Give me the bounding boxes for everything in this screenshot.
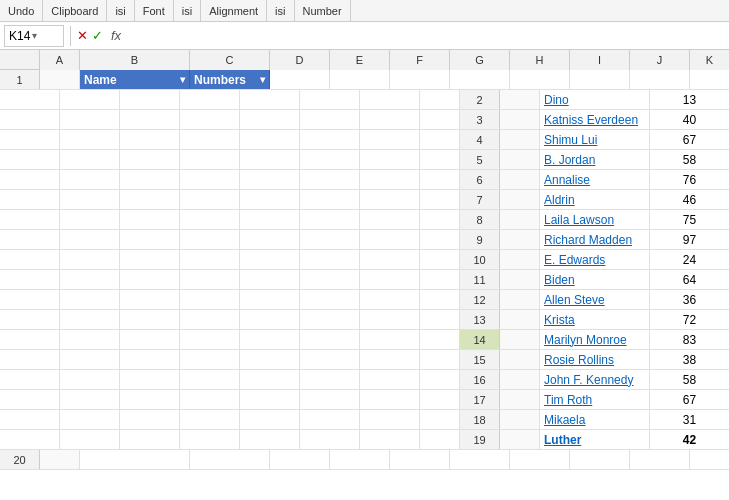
cell-f13[interactable]: [120, 310, 180, 329]
cell-h4[interactable]: [240, 130, 300, 149]
cell-f3[interactable]: [120, 110, 180, 129]
cell-i2[interactable]: [300, 90, 360, 109]
cell-k1[interactable]: [690, 70, 729, 89]
cell-d18[interactable]: [0, 410, 60, 429]
cell-a12[interactable]: [500, 290, 540, 309]
cell-h8[interactable]: [240, 210, 300, 229]
toolbar-number[interactable]: Number: [295, 0, 351, 21]
cell-g10[interactable]: [180, 250, 240, 269]
cell-e18[interactable]: [60, 410, 120, 429]
cell-a13[interactable]: [500, 310, 540, 329]
cell-j2[interactable]: [360, 90, 420, 109]
cell-i9[interactable]: [300, 230, 360, 249]
cell-g1[interactable]: [450, 70, 510, 89]
cell-a5[interactable]: [500, 150, 540, 169]
cell-i5[interactable]: [300, 150, 360, 169]
row-header-4[interactable]: 4: [460, 130, 500, 149]
cell-d19[interactable]: [0, 430, 60, 449]
cell-d20[interactable]: [270, 450, 330, 469]
cell-a10[interactable]: [500, 250, 540, 269]
cell-c10[interactable]: 24: [650, 250, 729, 269]
cell-i18[interactable]: [300, 410, 360, 429]
cell-g16[interactable]: [180, 370, 240, 389]
toolbar-font[interactable]: Font: [135, 0, 174, 21]
cell-a4[interactable]: [500, 130, 540, 149]
cell-b17[interactable]: Tim Roth: [540, 390, 650, 409]
cell-e9[interactable]: [60, 230, 120, 249]
cell-reference-box[interactable]: K14 ▾: [4, 25, 64, 47]
cell-f4[interactable]: [120, 130, 180, 149]
cell-j1[interactable]: [630, 70, 690, 89]
cell-e7[interactable]: [60, 190, 120, 209]
cell-f5[interactable]: [120, 150, 180, 169]
cell-g4[interactable]: [180, 130, 240, 149]
cell-e10[interactable]: [60, 250, 120, 269]
cell-k12[interactable]: [420, 290, 460, 309]
cell-g11[interactable]: [180, 270, 240, 289]
row-header-17[interactable]: 17: [460, 390, 500, 409]
cell-j20[interactable]: [630, 450, 690, 469]
cell-b6[interactable]: Annalise: [540, 170, 650, 189]
cell-f6[interactable]: [120, 170, 180, 189]
cell-k18[interactable]: [420, 410, 460, 429]
row-header-19[interactable]: 19: [460, 430, 500, 449]
row-header-5[interactable]: 5: [460, 150, 500, 169]
cell-a20[interactable]: [40, 450, 80, 469]
cell-d13[interactable]: [0, 310, 60, 329]
cell-b12[interactable]: Allen Steve: [540, 290, 650, 309]
cell-f8[interactable]: [120, 210, 180, 229]
cell-b4[interactable]: Shimu Lui: [540, 130, 650, 149]
cell-d10[interactable]: [0, 250, 60, 269]
cell-f11[interactable]: [120, 270, 180, 289]
cell-k19[interactable]: [420, 430, 460, 449]
cell-d11[interactable]: [0, 270, 60, 289]
col-header-h[interactable]: H: [510, 50, 570, 70]
col-header-b[interactable]: B: [80, 50, 190, 70]
cell-b19[interactable]: Luther: [540, 430, 650, 449]
cell-a19[interactable]: [500, 430, 540, 449]
col-header-e[interactable]: E: [330, 50, 390, 70]
cell-b16[interactable]: John F. Kennedy: [540, 370, 650, 389]
cell-e20[interactable]: [330, 450, 390, 469]
cell-b9[interactable]: Richard Madden: [540, 230, 650, 249]
cell-g19[interactable]: [180, 430, 240, 449]
cell-e14[interactable]: [60, 330, 120, 349]
cell-i12[interactable]: [300, 290, 360, 309]
cell-i17[interactable]: [300, 390, 360, 409]
cell-g2[interactable]: [180, 90, 240, 109]
cell-c18[interactable]: 31: [650, 410, 729, 429]
cell-a7[interactable]: [500, 190, 540, 209]
cancel-formula-icon[interactable]: ✕: [77, 28, 88, 43]
row-header-2[interactable]: 2: [460, 90, 500, 109]
row-header-16[interactable]: 16: [460, 370, 500, 389]
cell-g5[interactable]: [180, 150, 240, 169]
cell-d16[interactable]: [0, 370, 60, 389]
cell-j6[interactable]: [360, 170, 420, 189]
cell-i1[interactable]: [570, 70, 630, 89]
cell-d1[interactable]: [270, 70, 330, 89]
cell-e6[interactable]: [60, 170, 120, 189]
cell-k7[interactable]: [420, 190, 460, 209]
cell-e2[interactable]: [60, 90, 120, 109]
cell-k4[interactable]: [420, 130, 460, 149]
cell-c3[interactable]: 40: [650, 110, 729, 129]
cell-a14[interactable]: [500, 330, 540, 349]
cell-b15[interactable]: Rosie Rollins: [540, 350, 650, 369]
cell-c8[interactable]: 75: [650, 210, 729, 229]
cell-f12[interactable]: [120, 290, 180, 309]
row-header-18[interactable]: 18: [460, 410, 500, 429]
cell-f14[interactable]: [120, 330, 180, 349]
cell-h12[interactable]: [240, 290, 300, 309]
cell-j9[interactable]: [360, 230, 420, 249]
cell-j19[interactable]: [360, 430, 420, 449]
cell-k10[interactable]: [420, 250, 460, 269]
col-header-g[interactable]: G: [450, 50, 510, 70]
cell-e11[interactable]: [60, 270, 120, 289]
cell-d14[interactable]: [0, 330, 60, 349]
cell-b1-header[interactable]: Name ▾: [80, 70, 190, 89]
cell-h10[interactable]: [240, 250, 300, 269]
cell-ref-dropdown-icon[interactable]: ▾: [32, 30, 37, 41]
cell-h6[interactable]: [240, 170, 300, 189]
cell-c16[interactable]: 58: [650, 370, 729, 389]
cell-g18[interactable]: [180, 410, 240, 429]
